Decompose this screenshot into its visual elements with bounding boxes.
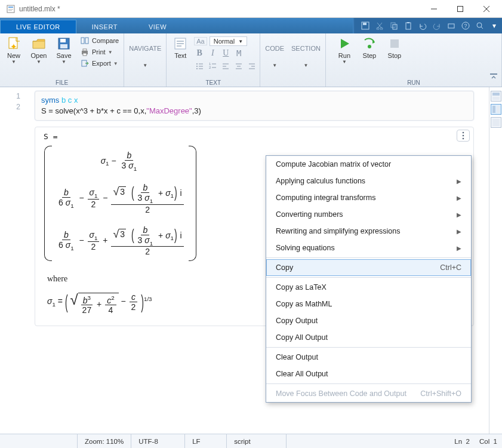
qat-help-icon[interactable]: ? [460, 20, 471, 31]
numbered-list-button[interactable]: 12 [207, 60, 218, 71]
svg-rect-61 [492, 93, 500, 96]
qat-menu-toggle-icon[interactable]: ▾ [489, 20, 500, 31]
group-file: ✦ New ▼ Open ▼ Save ▼ Compare Print ▼ Ex… [0, 33, 124, 87]
new-button[interactable]: ✦ New ▼ [2, 35, 25, 66]
chevron-down-icon: ▼ [342, 59, 347, 65]
ctx-rewrite-simplify[interactable]: Rewriting and simplifying expressions▶ [266, 223, 471, 240]
ctx-convert-numbers[interactable]: Converting numbers▶ [266, 206, 471, 223]
stop-icon [387, 36, 402, 51]
ctx-copy[interactable]: CopyCtrl+C [266, 259, 471, 276]
stop-button[interactable]: Stop [383, 35, 406, 60]
ctx-clear-all-output[interactable]: Clear All Output [266, 366, 471, 382]
ctx-calculus[interactable]: Applying calculus functions▶ [266, 173, 471, 189]
svg-rect-29 [83, 49, 87, 51]
maximize-button[interactable] [447, 0, 473, 18]
svg-rect-16 [448, 24, 454, 28]
group-run: Run ▼ Step Stop RUN [326, 33, 502, 87]
status-zoom[interactable]: Zoom: 110% [78, 434, 131, 448]
monospace-button[interactable]: M [233, 48, 244, 59]
chevron-right-icon: ▶ [457, 195, 461, 201]
align-right-button[interactable] [247, 60, 257, 71]
status-line: Ln 2 [449, 438, 475, 445]
ctx-jacobian[interactable]: Compute Jacobian matrix of vector [266, 156, 471, 173]
export-button[interactable]: Export ▼ [78, 58, 121, 69]
align-center-button[interactable] [233, 60, 244, 71]
ctx-copy-latex[interactable]: Copy as LaTeX [266, 279, 471, 296]
bold-button[interactable]: B [194, 48, 205, 59]
navigate-button[interactable]: NAVIGATE ▼ [127, 35, 164, 69]
chevron-down-icon: ▼ [36, 59, 41, 65]
quick-access-toolbar: ? ▾ [353, 18, 502, 33]
open-label: Open [31, 52, 47, 59]
chevron-down-icon: ▼ [272, 63, 277, 68]
bullet-list-button[interactable] [194, 60, 205, 71]
align-left-button[interactable] [220, 60, 231, 71]
svg-point-36 [196, 63, 198, 65]
output-menu-button[interactable] [457, 130, 470, 142]
qat-save-icon[interactable] [360, 20, 371, 31]
view-tab-3[interactable] [491, 117, 501, 128]
ctx-copy-all-output[interactable]: Copy All Output [266, 329, 471, 346]
view-tab-1[interactable] [491, 91, 501, 102]
ctx-copy-mathml[interactable]: Copy as MathML [266, 296, 471, 312]
chevron-right-icon: ▶ [457, 245, 461, 251]
qat-search-dropdown-icon[interactable] [475, 20, 485, 31]
output-view-tabs [489, 87, 502, 434]
qat-cut-icon[interactable] [374, 20, 385, 31]
close-button[interactable] [473, 0, 500, 18]
print-button[interactable]: Print ▼ [78, 47, 121, 57]
app-icon [6, 4, 16, 14]
svg-rect-25 [60, 44, 67, 48]
ctx-move-focus: Move Focus Between Code and OutputCtrl+S… [266, 385, 471, 402]
minimize-button[interactable] [421, 0, 447, 18]
run-icon [337, 36, 352, 51]
text-button[interactable]: Text [169, 35, 192, 60]
ctx-separator [266, 383, 471, 384]
italic-button[interactable]: I [207, 48, 218, 59]
svg-point-19 [477, 23, 482, 27]
ctx-copy-output[interactable]: Copy Output [266, 312, 471, 329]
style-selector[interactable]: Normal▼ [210, 36, 247, 46]
save-label: Save [56, 52, 71, 59]
qat-redo-icon[interactable] [432, 20, 442, 31]
font-button[interactable]: Aa [194, 37, 207, 45]
output-prefix: S = [44, 132, 465, 141]
step-button[interactable]: Step [358, 35, 381, 60]
collapse-ribbon-icon[interactable] [489, 73, 498, 80]
run-button[interactable]: Run ▼ [333, 35, 356, 66]
svg-point-58 [463, 132, 464, 134]
tab-view[interactable]: VIEW [133, 20, 182, 33]
status-eol[interactable]: LF [185, 434, 227, 448]
qat-copy-icon[interactable] [389, 20, 399, 31]
tab-live-editor[interactable]: LIVE EDITOR [0, 20, 76, 33]
underline-button[interactable]: U [220, 48, 231, 59]
code-button[interactable]: CODE ▼ [263, 35, 287, 69]
window-title: untitled.mlx * [19, 5, 421, 13]
ctx-clear-output[interactable]: Clear Output [266, 349, 471, 366]
save-icon [57, 36, 71, 51]
tab-insert[interactable]: INSERT [76, 20, 133, 33]
status-mode[interactable]: script [227, 434, 287, 448]
qat-paste-icon[interactable] [403, 20, 414, 31]
ctx-solving-equations[interactable]: Solving equations▶ [266, 240, 471, 256]
qat-undo-icon[interactable] [417, 20, 428, 31]
view-tab-2[interactable] [491, 104, 501, 115]
open-button[interactable]: Open ▼ [27, 35, 50, 66]
svg-rect-1 [8, 7, 13, 8]
svg-point-59 [463, 135, 464, 137]
export-icon [80, 59, 90, 68]
compare-button[interactable]: Compare [78, 35, 121, 46]
section-button[interactable]: SECTION ▼ [289, 35, 323, 69]
status-encoding[interactable]: UTF-8 [131, 434, 185, 448]
group-label-file: FILE [2, 79, 121, 87]
qat-switch-icon[interactable] [446, 20, 457, 31]
ctx-separator [266, 277, 471, 278]
group-navigate: NAVIGATE ▼ [124, 33, 167, 87]
save-button[interactable]: Save ▼ [53, 35, 75, 66]
code-cell[interactable]: syms b c x S = solve(x^3 + b*x + c == 0,… [35, 91, 474, 121]
ctx-separator [266, 257, 471, 258]
svg-point-38 [196, 68, 198, 69]
svg-rect-64 [497, 106, 500, 113]
ctx-integral-transforms[interactable]: Computing integral transforms▶ [266, 189, 471, 206]
chevron-down-icon: ▼ [11, 59, 16, 65]
